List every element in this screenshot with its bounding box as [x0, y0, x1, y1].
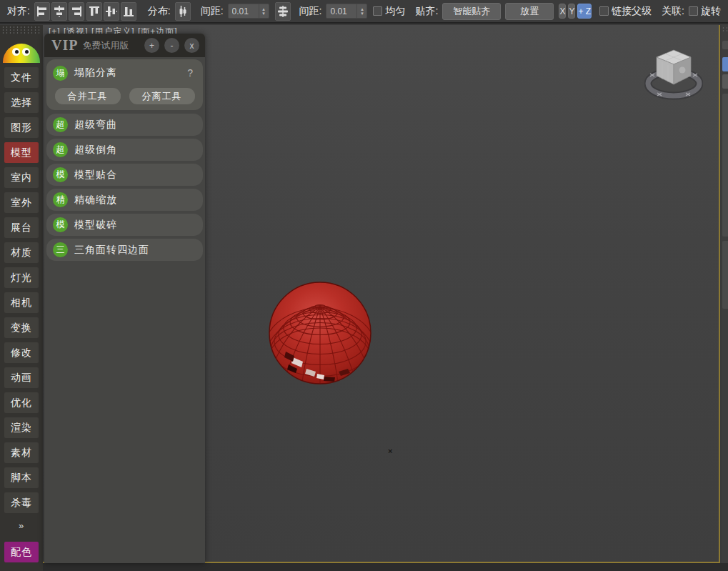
place-button[interactable]: 放置	[505, 3, 554, 20]
viewport-label[interactable]: [+] [透视] [用户定义] [面+边面]	[49, 26, 178, 34]
spacing-input-2[interactable]	[326, 4, 356, 18]
link-parent-label: 链接父级	[612, 5, 652, 18]
collapse-separate-card: 塌 塌陷分离 ? 合并工具 分离工具	[46, 59, 203, 110]
tool-super-chamfer[interactable]: 超 超级倒角	[46, 139, 203, 161]
align-right-icon	[69, 4, 84, 19]
tool-badge-icon: 超	[53, 117, 68, 132]
align-middle-horizontal-icon	[104, 4, 119, 19]
clipped-rollout[interactable]	[722, 94, 728, 237]
align-label: 对齐:	[7, 5, 30, 18]
sidebar-item-assets[interactable]: 素材	[4, 442, 39, 463]
mascot-logo-icon[interactable]	[3, 44, 40, 63]
rotate-checkbox[interactable]: 旋转	[689, 5, 721, 18]
panel-grip-dots	[722, 26, 728, 32]
tool-precise-scale[interactable]: 精 精确缩放	[46, 189, 203, 211]
sidebar-item-exterior[interactable]: 室外	[4, 192, 39, 213]
bottom-edge-strip	[43, 563, 728, 571]
viewcube-icon[interactable]	[644, 41, 703, 106]
sidebar-item-model[interactable]: 模型	[4, 142, 39, 163]
viewport-cursor-marker: ×	[388, 447, 392, 455]
plugin-panel-body: 塌 塌陷分离 ? 合并工具 分离工具 超 超级弯曲 超 超级倒角 模 模型贴合	[44, 57, 205, 266]
merge-tool-button[interactable]: 合并工具	[55, 88, 121, 104]
spacing-label-2: 间距:	[299, 5, 322, 18]
sidebar-item-booth[interactable]: 展台	[4, 217, 39, 238]
spinner-arrows-1[interactable]: ▲▼	[259, 4, 269, 18]
left-sidebar: 文件 选择 图形 模型 室内 室外 展台 材质 灯光 相机 变换 修改 动画 优…	[0, 25, 43, 571]
tool-model-fracture[interactable]: 模 模型破碎	[46, 214, 203, 236]
sidebar-item-antivirus[interactable]: 杀毒	[4, 492, 39, 513]
tool-tri-to-quad[interactable]: 三 三角面转四边面	[46, 239, 203, 261]
plugin-panel-header[interactable]: VIP 免费试用版 + - x	[44, 34, 205, 57]
top-toolbar: 对齐:	[0, 0, 728, 24]
clipped-button[interactable]	[722, 74, 728, 89]
sidebar-item-light[interactable]: 灯光	[4, 267, 39, 288]
toolbar-grip-dots	[1, 26, 41, 34]
sidebar-item-shape[interactable]: 图形	[4, 117, 39, 138]
trial-label: 免费试用版	[82, 39, 139, 52]
clipped-rollout[interactable]	[722, 241, 728, 309]
rotate-checkbox-box[interactable]	[689, 6, 698, 16]
sphere-object[interactable]	[267, 280, 373, 386]
align-left-button[interactable]	[34, 2, 50, 21]
align-right-button[interactable]	[69, 2, 84, 21]
distribute-vertical-icon	[176, 4, 190, 19]
sidebar-item-more[interactable]: »	[4, 517, 39, 533]
close-button[interactable]: x	[184, 38, 199, 53]
distribute-vertical-button[interactable]	[175, 2, 191, 21]
right-panel-edge	[722, 25, 728, 563]
clipped-active-button[interactable]	[722, 57, 728, 71]
smart-snap-button[interactable]: 智能贴齐	[442, 3, 501, 20]
align-bottom-button[interactable]	[121, 2, 136, 21]
spacing-spinner-2: ▲▼	[326, 4, 367, 19]
axis-x-button[interactable]: X	[559, 4, 566, 19]
axis-z-button[interactable]: + Z	[577, 4, 592, 19]
minimize-button[interactable]: -	[164, 38, 179, 53]
align-middle-horizontal-button[interactable]	[104, 2, 119, 21]
sidebar-item-colorize[interactable]: 配色	[4, 542, 39, 562]
sidebar-item-optimize[interactable]: 优化	[4, 392, 39, 413]
expand-button[interactable]: +	[144, 38, 159, 53]
sidebar-item-file[interactable]: 文件	[4, 67, 39, 88]
snap-label: 贴齐:	[415, 5, 438, 18]
tool-badge-icon: 模	[53, 167, 68, 182]
tool-model-conform[interactable]: 模 模型贴合	[46, 164, 203, 186]
mascot-eye	[22, 48, 30, 56]
uniform-checkbox-box[interactable]	[373, 6, 382, 16]
distribute-horizontal-button[interactable]	[275, 2, 291, 21]
sidebar-item-animation[interactable]: 动画	[4, 367, 39, 388]
align-top-icon	[87, 4, 101, 19]
tool-badge-icon: 模	[53, 217, 68, 232]
tool-badge-icon: 精	[53, 192, 68, 207]
align-bottom-icon	[121, 4, 136, 19]
align-center-vertical-button[interactable]	[51, 2, 67, 21]
tool-badge-icon: 三	[53, 242, 68, 257]
align-top-button[interactable]	[86, 2, 102, 21]
uniform-checkbox[interactable]: 均匀	[373, 5, 405, 18]
link-parent-checkbox[interactable]: 链接父级	[599, 5, 652, 18]
clipped-button[interactable]	[722, 41, 728, 49]
link-parent-checkbox-box[interactable]	[599, 6, 609, 16]
uniform-label: 均匀	[385, 5, 405, 18]
sidebar-item-material[interactable]: 材质	[4, 242, 39, 263]
separate-tool-button[interactable]: 分离工具	[129, 88, 195, 104]
plugin-panel: VIP 免费试用版 + - x 塌 塌陷分离 ? 合并工具 分离工具 超 超级弯…	[44, 34, 205, 563]
relate-label: 关联:	[662, 5, 684, 18]
sidebar-item-render[interactable]: 渲染	[4, 417, 39, 438]
sidebar-item-camera[interactable]: 相机	[4, 292, 39, 313]
align-left-icon	[35, 4, 49, 19]
vip-logo: VIP	[51, 37, 78, 54]
sidebar-item-select[interactable]: 选择	[4, 92, 39, 113]
sidebar-item-transform[interactable]: 变换	[4, 317, 39, 338]
tool-super-bend[interactable]: 超 超级弯曲	[46, 114, 203, 136]
distribute-horizontal-icon	[276, 4, 290, 19]
axis-y-button[interactable]: Y	[568, 4, 575, 19]
sidebar-item-modify[interactable]: 修改	[4, 342, 39, 363]
collapse-separate-badge-icon: 塌	[53, 66, 68, 81]
help-icon[interactable]: ?	[187, 67, 193, 79]
spinner-arrows-2[interactable]: ▲▼	[356, 4, 367, 18]
app-window: 对齐:	[0, 0, 728, 571]
sidebar-item-script[interactable]: 脚本	[4, 467, 39, 488]
sidebar-item-interior[interactable]: 室内	[4, 167, 39, 188]
spacing-input-1[interactable]	[229, 4, 259, 18]
spacing-label-1: 间距:	[201, 5, 224, 18]
